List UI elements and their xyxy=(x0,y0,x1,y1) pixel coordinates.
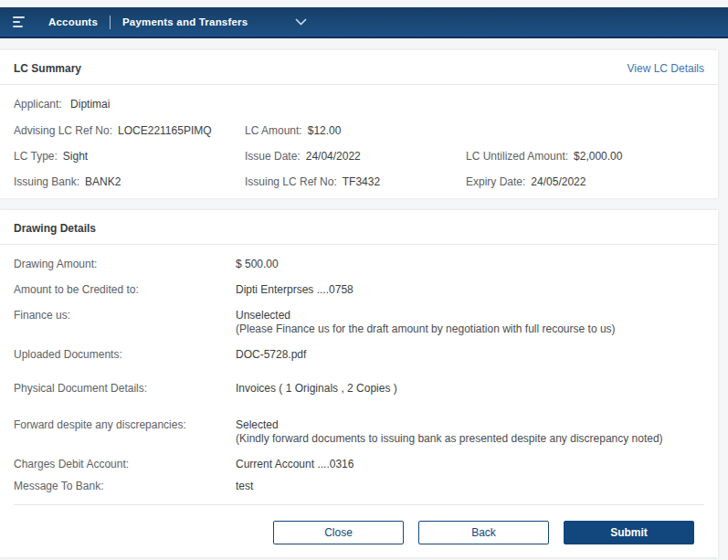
main-navigation: Accounts Payments and Transfers xyxy=(48,16,307,29)
field-label: Advising LC Ref No: xyxy=(14,124,112,137)
detail-value: DOC-5728.pdf xyxy=(236,348,306,362)
field-value: BANK2 xyxy=(85,175,121,188)
field-value: $2,000.00 xyxy=(574,150,622,163)
submit-button[interactable]: Submit xyxy=(564,521,694,544)
lc-summary-card: LC Summary View LC Details Applicant: Di… xyxy=(0,50,718,198)
row-finance-us: Finance us: Unselected (Please Finance u… xyxy=(14,309,704,336)
menu-bar xyxy=(13,21,20,23)
drawing-details-header: Drawing Details xyxy=(0,210,718,245)
view-lc-details-link[interactable]: View LC Details xyxy=(628,62,704,75)
back-button[interactable]: Back xyxy=(418,521,549,544)
chevron-down-icon[interactable] xyxy=(295,18,307,26)
lc-summary-body: Applicant: Diptimai Advising LC Ref No:L… xyxy=(0,85,718,198)
field-value: Sight xyxy=(63,150,88,163)
row-uploaded-documents: Uploaded Documents: DOC-5728.pdf xyxy=(14,348,704,362)
detail-value: Current Account ....0316 xyxy=(236,458,353,471)
field-lc-untilized-amount: LC Untilized Amount:$2,000.00 xyxy=(466,150,704,164)
detail-note: (Please Finance us for the draft amount … xyxy=(236,322,616,336)
drawing-details-card: Drawing Details Drawing Amount: $ 500.00… xyxy=(0,210,718,557)
row-physical-document-details: Physical Document Details: Invoices ( 1 … xyxy=(14,382,704,396)
detail-value: $ 500.00 xyxy=(236,258,279,271)
lc-summary-header: LC Summary View LC Details xyxy=(0,50,718,85)
applicant-value: Diptimai xyxy=(70,98,110,111)
drawing-details-body: Drawing Amount: $ 500.00 Amount to be Cr… xyxy=(0,245,718,557)
field-value: $12.00 xyxy=(308,124,342,137)
field-issuing-bank: Issuing Bank:BANK2 xyxy=(14,175,245,189)
detail-label: Message To Bank: xyxy=(14,480,236,493)
close-button[interactable]: Close xyxy=(273,521,404,544)
detail-value: test xyxy=(236,480,253,493)
lc-summary-title: LC Summary xyxy=(14,62,81,75)
field-issue-date: Issue Date:24/04/2022 xyxy=(245,150,466,164)
nav-divider xyxy=(110,16,111,29)
field-advising-lc-ref-no: Advising LC Ref No:LOCE221165PIMQ xyxy=(14,124,245,138)
field-value: 24/04/2022 xyxy=(306,150,361,163)
row-amount-to-be-credited: Amount to be Credited to: Dipti Enterprs… xyxy=(14,283,704,297)
field-value: TF3432 xyxy=(343,175,380,188)
detail-note: (Kindly forward documents to issuing ban… xyxy=(236,432,663,446)
row-message-to-bank: Message To Bank: test xyxy=(14,480,704,493)
applicant-field: Applicant: Diptimai xyxy=(14,98,704,111)
field-label: Expiry Date: xyxy=(466,175,525,188)
lc-summary-grid: Advising LC Ref No:LOCE221165PIMQ LC Amo… xyxy=(14,124,704,189)
field-issuing-lc-ref-no: Issuing LC Ref No:TF3432 xyxy=(245,175,466,189)
hamburger-menu-icon[interactable] xyxy=(13,16,27,27)
actions-bar: Close Back Submit xyxy=(14,505,704,557)
detail-value: Selected xyxy=(236,418,663,432)
page-content: LC Summary View LC Details Applicant: Di… xyxy=(0,50,718,557)
nav-item-accounts[interactable]: Accounts xyxy=(48,16,98,27)
detail-label: Forward despite any discrepancies: xyxy=(14,418,236,446)
top-navbar: Accounts Payments and Transfers xyxy=(0,7,728,38)
detail-label: Amount to be Credited to: xyxy=(14,283,236,297)
drawing-details-title: Drawing Details xyxy=(14,222,96,235)
field-value: 24/05/2022 xyxy=(531,175,586,188)
field-label: Issuing Bank: xyxy=(14,175,79,188)
nav-item-payments-and-transfers[interactable]: Payments and Transfers xyxy=(122,16,248,27)
field-label: LC Amount: xyxy=(245,124,302,137)
field-label: LC Type: xyxy=(14,150,58,163)
row-drawing-amount: Drawing Amount: $ 500.00 xyxy=(14,258,704,271)
field-label: LC Untilized Amount: xyxy=(466,150,568,163)
detail-value: Dipti Enterprses ....0758 xyxy=(236,283,353,297)
field-empty xyxy=(466,124,704,138)
row-forward-despite-discrepancies: Forward despite any discrepancies: Selec… xyxy=(14,418,704,446)
detail-value: Unselected xyxy=(236,309,616,322)
menu-bar xyxy=(13,16,25,18)
detail-value: Invoices ( 1 Originals , 2 Copies ) xyxy=(236,382,397,396)
detail-label: Charges Debit Account: xyxy=(14,458,236,471)
field-expiry-date: Expiry Date:24/05/2022 xyxy=(466,175,704,189)
row-charges-debit-account: Charges Debit Account: Current Account .… xyxy=(14,458,704,471)
field-label: Issue Date: xyxy=(245,150,301,163)
field-lc-amount: LC Amount:$12.00 xyxy=(245,124,466,138)
menu-bar xyxy=(13,26,23,27)
detail-label: Drawing Amount: xyxy=(14,258,236,271)
detail-label: Physical Document Details: xyxy=(14,382,236,396)
field-value: LOCE221165PIMQ xyxy=(118,124,212,137)
detail-label: Uploaded Documents: xyxy=(14,348,236,362)
applicant-label: Applicant: xyxy=(14,98,62,111)
detail-label: Finance us: xyxy=(14,309,236,336)
field-lc-type: LC Type:Sight xyxy=(14,150,245,164)
field-label: Issuing LC Ref No: xyxy=(245,175,337,188)
